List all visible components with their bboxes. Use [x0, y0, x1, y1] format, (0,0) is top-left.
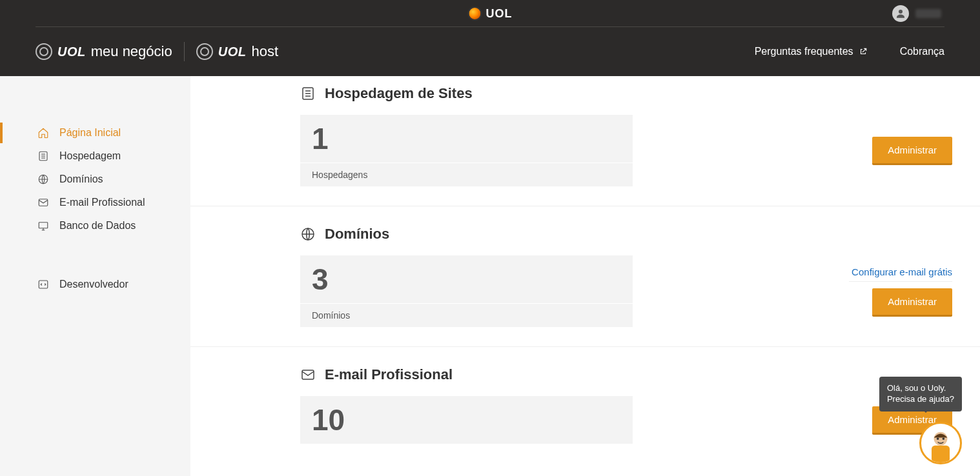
panel-domains-title: Domínios — [325, 226, 389, 243]
hosting-icon — [300, 86, 316, 101]
mail-icon — [300, 367, 316, 382]
sidebar-item-label: E-mail Profissional — [59, 197, 145, 208]
code-icon — [37, 279, 49, 290]
svg-rect-18 — [932, 446, 950, 462]
panel-domains: Domínios 3 Domínios Configurar e-mail gr… — [190, 226, 980, 347]
uol-logo-icon — [468, 6, 482, 21]
globe-icon — [300, 226, 316, 242]
brand-sub-text: host — [251, 43, 278, 60]
sidebar: Página Inicial Hospedagem Domínios E-mai… — [0, 76, 190, 476]
email-count: 10 — [300, 396, 633, 444]
avatar-icon — [892, 5, 909, 22]
brand-circle-icon — [196, 43, 213, 60]
topbar-user[interactable] — [892, 5, 941, 22]
brand-host[interactable]: UOL host — [196, 43, 278, 60]
domains-unit: Domínios — [300, 304, 633, 327]
svg-rect-6 — [39, 199, 48, 206]
domains-admin-button[interactable]: Administrar — [872, 288, 952, 317]
secbar-right: Perguntas frequentes Cobrança — [755, 46, 944, 57]
external-link-icon — [859, 47, 868, 56]
sidebar-item-hosting[interactable]: Hospedagem — [0, 144, 190, 168]
svg-rect-16 — [302, 370, 314, 379]
panel-email-title: E-mail Profissional — [325, 366, 453, 383]
email-stat-card: 10 — [300, 396, 633, 444]
secondary-bar: UOL meu negócio UOL host Perguntas frequ… — [0, 27, 980, 76]
sidebar-item-label: Domínios — [59, 174, 103, 185]
panel-hosting: Hospedagem de Sites 1 Hospedagens Admini… — [190, 85, 980, 206]
hosting-unit: Hospedagens — [300, 163, 633, 186]
hosting-icon — [37, 150, 49, 162]
sidebar-item-home[interactable]: Página Inicial — [0, 121, 190, 144]
sidebar-item-developer[interactable]: Desenvolvedor — [0, 273, 190, 296]
database-icon — [37, 220, 49, 232]
svg-point-19 — [937, 438, 939, 441]
sidebar-gap — [0, 237, 190, 273]
topbar: UOL — [0, 0, 980, 27]
panel-hosting-header: Hospedagem de Sites — [300, 85, 952, 102]
hosting-admin-button[interactable]: Administrar — [872, 137, 952, 165]
assistant-avatar-icon — [923, 426, 959, 462]
chat-tooltip: Olá, sou o Uoly. Precisa de ajuda? — [879, 377, 962, 412]
brand-uol-text: UOL — [57, 45, 86, 59]
home-icon — [37, 127, 49, 139]
brand-uol-text: UOL — [218, 45, 247, 59]
sidebar-item-label: Banco de Dados — [59, 220, 136, 232]
brand-sub-text: meu negócio — [91, 43, 172, 60]
user-name — [915, 9, 941, 18]
brand-divider — [184, 42, 185, 61]
sidebar-item-domains[interactable]: Domínios — [0, 168, 190, 191]
hosting-count: 1 — [300, 115, 633, 163]
hosting-stat-card: 1 Hospedagens — [300, 115, 633, 186]
sidebar-item-label: Página Inicial — [59, 127, 121, 139]
main-content: Hospedagem de Sites 1 Hospedagens Admini… — [190, 76, 980, 476]
uol-logo[interactable]: UOL — [468, 6, 513, 21]
chat-line2: Precisa de ajuda? — [887, 394, 954, 404]
faq-link[interactable]: Perguntas frequentes — [755, 46, 868, 57]
workspace: Página Inicial Hospedagem Domínios E-mai… — [0, 76, 980, 476]
brand-meu-negocio[interactable]: UOL meu negócio — [36, 43, 172, 60]
brand-group: UOL meu negócio UOL host — [36, 42, 278, 61]
brand-circle-icon — [36, 43, 52, 60]
globe-icon — [37, 174, 49, 185]
panel-domains-header: Domínios — [300, 226, 952, 243]
chat-line1: Olá, sou o Uoly. — [887, 383, 946, 393]
uol-logo-text: UOL — [486, 7, 513, 21]
panel-email-header: E-mail Profissional — [300, 366, 952, 383]
svg-point-20 — [943, 438, 945, 441]
configure-email-link[interactable]: Configurar e-mail grátis — [849, 266, 952, 282]
panel-email: E-mail Profissional 10 Administrar — [190, 366, 980, 444]
domains-count: 3 — [300, 255, 633, 304]
svg-rect-10 — [39, 281, 48, 288]
svg-point-0 — [899, 10, 903, 14]
billing-link[interactable]: Cobrança — [900, 46, 944, 57]
sidebar-item-email[interactable]: E-mail Profissional — [0, 191, 190, 214]
mail-icon — [37, 197, 49, 208]
sidebar-item-database[interactable]: Banco de Dados — [0, 214, 190, 237]
domains-stat-card: 3 Domínios — [300, 255, 633, 327]
sidebar-item-label: Desenvolvedor — [59, 279, 128, 290]
billing-label: Cobrança — [900, 46, 944, 57]
sidebar-item-label: Hospedagem — [59, 150, 121, 162]
panel-hosting-title: Hospedagem de Sites — [325, 85, 473, 102]
chat-avatar-button[interactable] — [919, 422, 962, 464]
svg-rect-7 — [39, 223, 48, 228]
faq-label: Perguntas frequentes — [755, 46, 853, 57]
topbar-divider — [36, 26, 944, 27]
